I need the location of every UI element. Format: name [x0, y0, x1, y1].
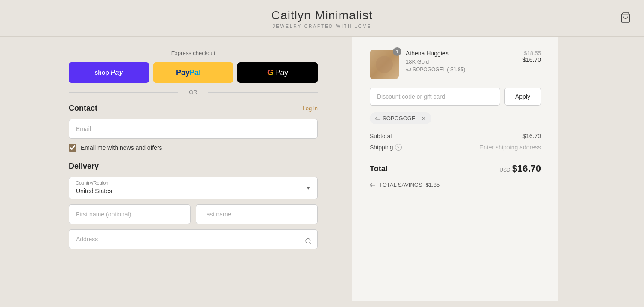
coupon-code-label: SOPOGOGEL — [383, 115, 419, 122]
total-line: Total USD $16.70 — [370, 157, 541, 174]
contact-section-header: Contact Log in — [69, 104, 318, 113]
shipping-line: Shipping ? Enter shipping address — [370, 144, 541, 151]
svg-text:Pal: Pal — [189, 68, 201, 77]
total-currency: USD — [499, 167, 510, 173]
log-in-link[interactable]: Log in — [303, 105, 318, 112]
product-discount-tag: 🏷 SOPOGOGEL (-$1.85) — [406, 67, 516, 73]
site-header: Caitlyn Minimalist JEWELRY CRAFTED WITH … — [0, 0, 644, 37]
delivery-title: Delivery — [69, 162, 318, 171]
or-divider: OR — [69, 89, 318, 95]
product-variant: 18K Gold — [406, 58, 516, 65]
express-checkout-label: Express checkout — [69, 50, 318, 56]
last-name-input[interactable] — [196, 204, 318, 224]
total-label: Total — [370, 164, 388, 173]
product-row: 1 Athena Huggies 18K Gold 🏷 SOPOGOGEL (-… — [370, 50, 541, 79]
left-panel: Express checkout shopPay Pay Pal G Pay O… — [0, 37, 352, 301]
cart-icon[interactable] — [620, 12, 631, 25]
google-pay-button[interactable]: G Pay — [237, 62, 318, 83]
tag-icon: 🏷 — [406, 67, 411, 73]
brand-tagline: JEWELRY CRAFTED WITH LOVE — [0, 24, 644, 29]
product-discount-label: SOPOGOGEL (-$1.85) — [413, 67, 465, 73]
discount-row: Apply — [370, 88, 541, 106]
shipping-info-icon[interactable]: ? — [395, 144, 402, 151]
savings-row: 🏷 TOTAL SAVINGS $1.85 — [370, 181, 541, 188]
product-name: Athena Huggies — [406, 50, 516, 57]
order-summary-panel: 1 Athena Huggies 18K Gold 🏷 SOPOGOGEL (-… — [352, 37, 558, 301]
current-price: $16.70 — [522, 56, 541, 63]
email-input[interactable] — [69, 119, 318, 139]
coupon-remove-button[interactable]: ✕ — [421, 116, 426, 122]
coupon-tag-icon: 🏷 — [375, 116, 380, 122]
main-layout: Express checkout shopPay Pay Pal G Pay O… — [0, 37, 644, 301]
name-row — [69, 204, 318, 224]
newsletter-row: Email me with news and offers — [69, 144, 318, 152]
product-image-wrapper: 1 — [370, 50, 399, 79]
discount-input[interactable] — [370, 88, 500, 106]
product-badge: 1 — [393, 47, 401, 56]
subtotal-value: $16.70 — [522, 133, 541, 140]
shipping-label: Shipping — [370, 144, 393, 151]
shipping-value: Enter shipping address — [480, 144, 541, 151]
country-select-wrapper: Country/Region United States ▼ — [69, 177, 318, 199]
coupon-tag: 🏷 SOPOGOGEL ✕ — [370, 112, 431, 124]
savings-value: $1.85 — [426, 182, 440, 188]
newsletter-label[interactable]: Email me with news and offers — [81, 144, 162, 151]
subtotal-line: Subtotal $16.70 — [370, 133, 541, 140]
shipping-info: Shipping ? — [370, 144, 402, 151]
first-name-input[interactable] — [69, 204, 191, 224]
svg-line-4 — [310, 243, 311, 244]
svg-text:Pay: Pay — [176, 68, 190, 77]
savings-label: TOTAL SAVINGS — [379, 182, 422, 188]
contact-title: Contact — [69, 104, 97, 113]
shop-pay-button[interactable]: shopPay — [69, 62, 149, 83]
product-prices: $18.55 $16.70 — [522, 50, 541, 63]
subtotal-label: Subtotal — [370, 133, 392, 140]
address-wrapper — [69, 229, 318, 254]
savings-icon: 🏷 — [370, 181, 376, 188]
product-info: Athena Huggies 18K Gold 🏷 SOPOGOGEL (-$1… — [406, 50, 516, 73]
original-price: $18.55 — [522, 50, 541, 56]
brand-name: Caitlyn Minimalist — [0, 9, 644, 22]
total-amount: $16.70 — [512, 163, 541, 174]
address-input[interactable] — [69, 229, 318, 249]
total-amount-wrapper: USD $16.70 — [499, 163, 541, 174]
search-icon — [305, 238, 312, 246]
newsletter-checkbox[interactable] — [69, 144, 76, 152]
apply-button[interactable]: Apply — [504, 88, 541, 106]
express-checkout-buttons: shopPay Pay Pal G Pay — [69, 62, 318, 83]
country-label: Country/Region — [76, 180, 108, 185]
paypal-button[interactable]: Pay Pal — [153, 62, 234, 83]
svg-point-3 — [306, 239, 310, 243]
